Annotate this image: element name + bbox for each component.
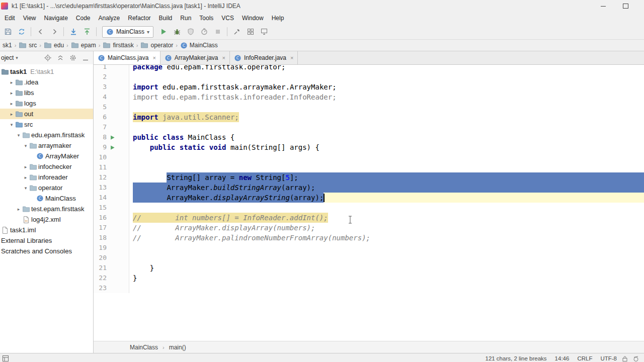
code-line-17[interactable]: 17// ArrayMaker.displayArray(numbers); [94,223,644,233]
update-project-button[interactable] [66,26,80,38]
line-number[interactable]: 2 [94,72,107,82]
code-line-6[interactable]: 6import java.util.Scanner; [94,112,644,122]
code-text[interactable]: // ArrayMaker.displayArray(numbers); [129,223,644,233]
chevron-right-icon[interactable]: ▸ [8,80,15,85]
tree-item-src[interactable]: ▾src [0,119,93,130]
code-text[interactable] [129,72,644,82]
code-text[interactable]: ArrayMaker.buildStringArray(array); [129,183,644,193]
line-number[interactable]: 4 [94,92,107,102]
stop-button[interactable] [211,26,224,38]
line-number[interactable]: 1 [94,65,107,72]
chevron-right-icon[interactable]: ▸ [22,175,29,180]
code-line-8[interactable]: 8public class MainClass { [94,132,644,142]
tab-arraymaker-java[interactable]: CArrayMaker.java× [160,51,230,64]
tree-item-test-epam-firsttask[interactable]: ▸test.epam.firsttask [0,204,93,214]
tree-item-task1[interactable]: task1E:\task1 [0,66,93,77]
code-text[interactable]: } [129,263,644,273]
code-text[interactable]: } [129,273,644,283]
line-number[interactable]: 13 [94,183,107,193]
tree-item-scratches-and-consoles[interactable]: Scratches and Consoles [0,246,93,256]
status-encoding[interactable]: UTF-8 [600,355,617,361]
menu-build[interactable]: Build [155,12,177,24]
line-number[interactable]: 7 [94,122,107,132]
code-line-21[interactable]: 21 } [94,263,644,273]
forward-button[interactable] [47,26,61,38]
line-number[interactable]: 12 [94,172,107,183]
code-text[interactable]: public static void main(String[] args) { [129,142,644,152]
menu-edit[interactable]: Edit [1,12,19,24]
menu-tools[interactable]: Tools [195,12,217,24]
profiler-button[interactable] [197,26,211,38]
run-button[interactable] [156,26,170,38]
code-line-5[interactable]: 5 [94,102,644,112]
code-line-13[interactable]: 13 ArrayMaker.buildStringArray(array); [94,183,644,193]
line-number[interactable]: 21 [94,263,107,273]
code-text[interactable] [129,152,644,162]
chevron-down-icon[interactable]: ▾ [8,122,15,127]
breadcrumb-method[interactable]: main() [169,344,186,351]
tree-item-infochecker[interactable]: ▸infochecker [0,161,93,172]
tab-mainclass-java[interactable]: CMainClass.java× [94,51,160,64]
breadcrumb-firsttask[interactable]: firsttask [101,41,135,49]
code-line-2[interactable]: 2 [94,72,644,82]
tools-button[interactable] [230,26,244,38]
chevron-right-icon[interactable]: ▸ [8,101,15,106]
close-icon[interactable]: × [152,55,155,61]
chevron-right-icon[interactable]: ▸ [8,90,15,96]
line-number[interactable]: 16 [94,213,107,223]
code-line-15[interactable]: 15 [94,203,644,213]
menu-analyze[interactable]: Analyze [95,12,124,24]
menu-view[interactable]: View [19,12,40,24]
tab-inforeader-java[interactable]: CInfoReader.java× [230,51,298,64]
settings-button[interactable] [68,53,77,62]
line-number[interactable]: 10 [94,152,107,162]
code-text[interactable]: import edu.epam.firsttask.arraymaker.Arr… [129,82,644,92]
chevron-down-icon[interactable]: ▾ [15,133,22,138]
close-icon[interactable]: × [290,55,293,61]
coverage-button[interactable] [184,26,197,38]
status-line-ending[interactable]: CRLF [577,355,592,361]
chevron-right-icon[interactable]: ▸ [22,164,29,169]
tree-item-inforeader[interactable]: ▸inforeader [0,172,93,183]
close-icon[interactable]: × [222,55,225,61]
tree-item-logs[interactable]: ▸logs [0,98,93,109]
tree-item-arraymaker[interactable]: ▾arraymaker [0,140,93,151]
chevron-down-icon[interactable]: ▾ [22,186,29,191]
code-text[interactable]: public class MainClass { [129,132,644,142]
code-text[interactable] [129,122,644,132]
line-number[interactable]: 23 [94,283,107,293]
breadcrumb-operator[interactable]: operator [139,41,175,49]
menu-help[interactable]: Help [268,12,288,24]
tree-item-idea[interactable]: ▸.idea [0,77,93,87]
maximize-button[interactable] [614,0,637,12]
code-text[interactable] [129,203,644,213]
tree-item-operator[interactable]: ▾operator [0,183,93,193]
line-number[interactable]: 14 [94,193,107,203]
breadcrumb-sk1[interactable]: sk1 [1,42,14,49]
tree-item-edu-epam-firsttask[interactable]: ▾edu.epam.firsttask [0,130,93,140]
toolwindow-switcher-icon[interactable] [3,355,9,361]
debug-button[interactable] [170,26,184,38]
menu-navigate[interactable]: Navigate [40,12,71,24]
commit-button[interactable] [80,26,94,38]
locate-button[interactable] [43,53,52,62]
code-text[interactable] [129,162,644,172]
tree-item-out[interactable]: ▸out [0,109,93,119]
line-number[interactable]: 15 [94,203,107,213]
code-line-4[interactable]: 4import edu.epam.firsttask.inforeader.In… [94,92,644,102]
menu-code[interactable]: Code [72,12,95,24]
code-line-22[interactable]: 22} [94,273,644,283]
line-number[interactable]: 3 [94,82,107,92]
breadcrumb-epam[interactable]: epam [69,41,98,49]
code-text[interactable]: String[] array = new String[5]; [129,172,644,183]
hide-button[interactable] [81,53,90,62]
sync-button[interactable] [15,26,28,38]
chevron-right-icon[interactable]: ▸ [8,112,15,117]
line-number[interactable]: 5 [94,102,107,112]
code-line-11[interactable]: 11 [94,162,644,172]
line-number[interactable]: 17 [94,223,107,233]
inspections-profile-icon[interactable] [633,355,639,362]
code-text[interactable] [129,283,644,293]
code-line-3[interactable]: 3import edu.epam.firsttask.arraymaker.Ar… [94,82,644,92]
breadcrumb-src[interactable]: src [17,41,38,49]
